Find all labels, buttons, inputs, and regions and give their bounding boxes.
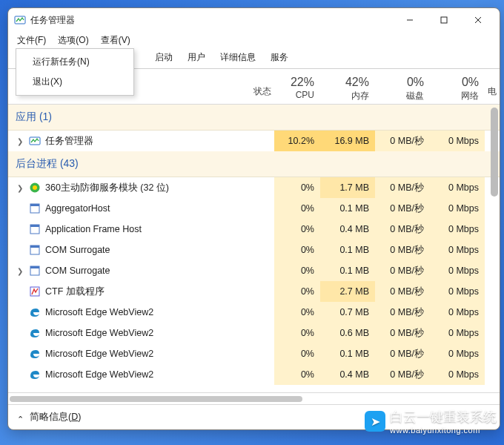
menu-exit[interactable]: 退出(X): [16, 72, 133, 92]
process-row[interactable]: Microsoft Edge WebView20%0.6 MB0 MB/秒0 M…: [8, 323, 500, 343]
process-name: Microsoft Edge WebView2: [45, 349, 153, 359]
maximize-button[interactable]: [427, 9, 461, 31]
window-title: 任务管理器: [30, 14, 75, 27]
network-cell: 0 Mbps: [430, 364, 485, 385]
process-name: 360主动防御服务模块 (32 位): [45, 182, 169, 194]
process-icon: [29, 369, 41, 380]
process-icon: [29, 286, 41, 297]
col-power[interactable]: 电: [485, 73, 500, 101]
network-cell: 0 Mbps: [430, 260, 485, 281]
titlebar: 任务管理器: [8, 8, 500, 32]
disk-cell: 0 MB/秒: [375, 323, 430, 343]
process-icon: [29, 306, 41, 318]
network-cell: 0 Mbps: [430, 198, 485, 219]
process-name: 任务管理器: [45, 135, 93, 148]
col-network[interactable]: 0% 网络: [430, 73, 485, 107]
memory-cell: 1.7 MB: [320, 177, 375, 198]
process-row[interactable]: AggregatorHost0%0.1 MB0 MB/秒0 Mbps: [8, 198, 500, 219]
network-cell: 0 Mbps: [430, 343, 485, 364]
tab-users[interactable]: 用户: [180, 47, 213, 68]
minimize-button[interactable]: [393, 9, 427, 31]
svg-rect-15: [30, 266, 39, 268]
process-icon: [29, 202, 41, 214]
disk-cell: 0 MB/秒: [375, 177, 430, 198]
process-name: AggregatorHost: [45, 203, 110, 214]
process-row[interactable]: ❯任务管理器10.2%16.9 MB0 MB/秒0 Mbps: [8, 131, 500, 151]
col-status[interactable]: 状态: [230, 73, 274, 101]
col-memory[interactable]: 42% 内存: [320, 73, 375, 107]
memory-cell: 0.1 MB: [320, 240, 375, 260]
process-row[interactable]: Microsoft Edge WebView20%0.7 MB0 MB/秒0 M…: [8, 302, 500, 323]
process-row[interactable]: ❯360主动防御服务模块 (32 位)0%1.7 MB0 MB/秒0 Mbps: [8, 177, 500, 198]
task-manager-window: 任务管理器 文件(F) 选项(O) 查看(V) 运行新任务(N) 退出(X) 进…: [7, 7, 500, 430]
svg-rect-13: [30, 245, 39, 248]
network-cell: 0 Mbps: [430, 219, 485, 240]
process-name: Application Frame Host: [45, 224, 142, 234]
disk-cell: 0 MB/秒: [375, 198, 430, 219]
process-row[interactable]: ❯COM Surrogate0%0.1 MB0 MB/秒0 Mbps: [8, 260, 500, 281]
memory-cell: 0.1 MB: [320, 343, 375, 364]
memory-cell: 16.9 MB: [320, 131, 375, 151]
process-name: Microsoft Edge WebView2: [45, 328, 153, 338]
statusbar: 简略信息(D): [8, 404, 500, 429]
cpu-cell: 0%: [274, 219, 320, 240]
disk-cell: 0 MB/秒: [375, 240, 430, 260]
brief-info-toggle[interactable]: 简略信息(D): [30, 411, 81, 423]
menu-view[interactable]: 查看(V): [96, 33, 135, 48]
menu-run-new-task[interactable]: 运行新任务(N): [16, 52, 133, 72]
disk-cell: 0 MB/秒: [375, 364, 430, 385]
process-row[interactable]: CTF 加载程序0%2.7 MB0 MB/秒0 Mbps: [8, 281, 500, 302]
cpu-cell: 0%: [274, 240, 320, 260]
cpu-cell: 0%: [274, 302, 320, 323]
expand-chevron-icon[interactable]: ❯: [16, 267, 24, 275]
svg-rect-11: [30, 225, 39, 227]
memory-cell: 0.6 MB: [320, 323, 375, 343]
menu-file[interactable]: 文件(F): [13, 33, 50, 48]
tab-details[interactable]: 详细信息: [213, 47, 263, 68]
horizontal-scrollbar[interactable]: [8, 392, 500, 404]
process-name: COM Surrogate: [45, 266, 110, 276]
expand-chevron-icon[interactable]: ❯: [16, 137, 24, 145]
vertical-scrollbar[interactable]: [489, 105, 500, 392]
process-name: COM Surrogate: [45, 245, 110, 255]
process-icon: [29, 265, 41, 277]
process-row[interactable]: Application Frame Host0%0.4 MB0 MB/秒0 Mb…: [8, 219, 500, 240]
process-name: Microsoft Edge WebView2: [45, 307, 153, 317]
tab-services[interactable]: 服务: [263, 47, 296, 68]
process-row[interactable]: COM Surrogate0%0.1 MB0 MB/秒0 Mbps: [8, 240, 500, 260]
cpu-cell: 10.2%: [274, 131, 320, 151]
disk-cell: 0 MB/秒: [375, 219, 430, 240]
process-list[interactable]: 应用 (1)❯任务管理器10.2%16.9 MB0 MB/秒0 Mbps后台进程…: [8, 105, 500, 392]
memory-cell: 0.7 MB: [320, 302, 375, 323]
process-icon: [29, 182, 41, 194]
network-cell: 0 Mbps: [430, 323, 485, 343]
process-name: CTF 加载程序: [45, 286, 105, 298]
tab-startup[interactable]: 启动: [147, 47, 180, 68]
process-name: Microsoft Edge WebView2: [45, 369, 153, 380]
file-menu-dropdown: 运行新任务(N) 退出(X): [16, 48, 134, 96]
disk-cell: 0 MB/秒: [375, 260, 430, 281]
process-icon: [29, 244, 41, 256]
process-icon: [29, 223, 41, 235]
svg-rect-9: [30, 204, 39, 206]
menu-options[interactable]: 选项(O): [53, 33, 93, 48]
expand-chevron-icon[interactable]: ❯: [16, 184, 24, 192]
process-row[interactable]: Microsoft Edge WebView20%0.1 MB0 MB/秒0 M…: [8, 343, 500, 364]
network-cell: 0 Mbps: [430, 177, 485, 198]
memory-cell: 0.1 MB: [320, 198, 375, 219]
network-cell: 0 Mbps: [430, 302, 485, 323]
col-disk[interactable]: 0% 磁盘: [375, 73, 430, 107]
col-cpu[interactable]: 22% CPU: [274, 73, 320, 105]
process-icon: [29, 327, 41, 339]
chevron-up-icon: [17, 412, 24, 423]
disk-cell: 0 MB/秒: [375, 302, 430, 323]
cpu-cell: 0%: [274, 177, 320, 198]
process-row[interactable]: Microsoft Edge WebView20%0.4 MB0 MB/秒0 M…: [8, 364, 500, 385]
close-button[interactable]: [461, 9, 495, 31]
cpu-cell: 0%: [274, 260, 320, 281]
svg-rect-2: [441, 17, 447, 23]
cpu-cell: 0%: [274, 364, 320, 385]
cpu-cell: 0%: [274, 198, 320, 219]
network-cell: 0 Mbps: [430, 281, 485, 302]
memory-cell: 0.4 MB: [320, 364, 375, 385]
